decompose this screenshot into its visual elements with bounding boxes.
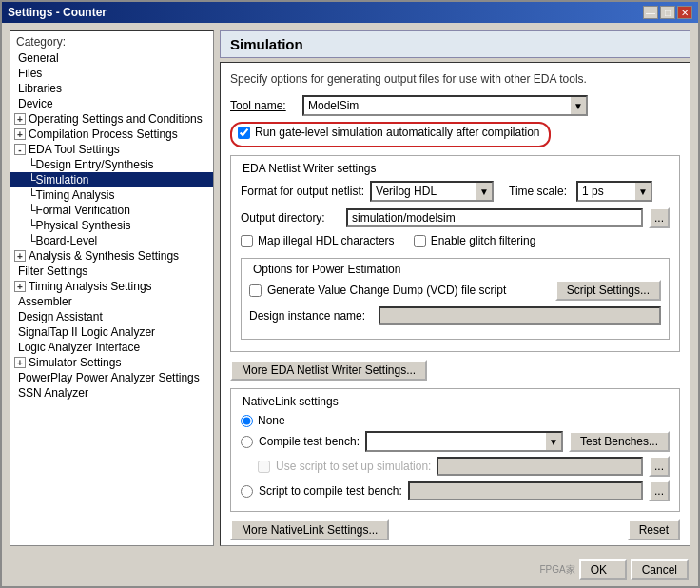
sidebar-item-powerplay[interactable]: PowerPlay Power Analyzer Settings [10, 370, 213, 385]
tool-name-value: ModelSim [308, 99, 359, 112]
output-dir-browse-button[interactable]: ... [649, 207, 670, 228]
design-instance-input[interactable] [379, 306, 661, 325]
sidebar-item-device[interactable]: Device [10, 96, 213, 111]
sidebar-item-logic-analyzer[interactable]: Logic Analyzer Interface [10, 340, 213, 355]
use-script-browse-button[interactable]: ... [649, 456, 670, 477]
format-label: Format for output netlist: [241, 185, 364, 198]
format-dropdown[interactable]: Verilog HDL ▼ [370, 181, 494, 202]
dropdown-arrow-icon: ▼ [571, 97, 586, 114]
sidebar-item-physical-synthesis[interactable]: └ Physical Synthesis [10, 218, 213, 233]
sidebar-item-design-assistant[interactable]: Design Assistant [10, 309, 213, 324]
script-settings-button[interactable]: Script Settings... [555, 280, 661, 301]
compile-test-dropdown-arrow: ▼ [546, 433, 561, 450]
sidebar-item-files[interactable]: Files [10, 66, 213, 81]
sidebar-item-libraries[interactable]: Libraries [10, 81, 213, 96]
compile-test-label: Compile test bench: [259, 435, 360, 448]
output-dir-label: Output directory: [241, 211, 340, 225]
script-compile-browse-button[interactable]: ... [649, 480, 670, 501]
settings-content: Specify options for generating output fi… [220, 62, 690, 546]
bottom-bar: FPGA家 OK Cancel [2, 554, 698, 586]
sidebar-item-filter[interactable]: Filter Settings [10, 264, 213, 279]
output-dir-row: Output directory: ... [241, 207, 670, 228]
minimize-button[interactable]: — [643, 6, 658, 19]
ok-button[interactable]: OK [579, 559, 627, 580]
sidebar-item-signaltap[interactable]: SignalTap II Logic Analyzer [10, 324, 213, 340]
format-value: Verilog HDL [376, 185, 437, 198]
sidebar-item-simulation[interactable]: └ Simulation [10, 172, 213, 187]
expand-icon: + [14, 281, 26, 292]
description-text: Specify options for generating output fi… [230, 70, 680, 88]
title-bar-buttons: — □ ✕ [643, 6, 692, 19]
use-script-input[interactable] [437, 457, 643, 476]
nativelink-group: NativeLink settings None Compile test be… [230, 388, 680, 512]
maximize-button[interactable]: □ [660, 6, 675, 19]
none-label: None [258, 414, 285, 427]
sidebar-item-general[interactable]: General [10, 50, 213, 66]
category-label: Category: [10, 31, 213, 50]
expand-icon: + [14, 250, 26, 262]
none-radio[interactable] [241, 415, 253, 427]
enable-glitch-checkbox[interactable] [414, 235, 426, 247]
test-benches-button[interactable]: Test Benches... [569, 431, 670, 452]
dialog-content: Category: General Files Libraries Device… [2, 23, 698, 554]
use-script-label: Use script to set up simulation: [276, 460, 431, 473]
eda-netlist-group: EDA Netlist Writer settings Format for o… [230, 155, 680, 352]
script-compile-label: Script to compile test bench: [259, 484, 402, 498]
close-button[interactable]: ✕ [677, 6, 692, 19]
expand-icon: - [14, 144, 26, 155]
sidebar-item-design-entry[interactable]: └ Design Entry/Synthesis [10, 157, 213, 172]
timescale-label: Time scale: [509, 185, 567, 198]
sidebar-item-operating[interactable]: +Operating Settings and Conditions [10, 111, 213, 127]
sidebar-item-eda-tool[interactable]: -EDA Tool Settings [10, 142, 213, 157]
sidebar-item-analysis-synthesis[interactable]: +Analysis & Synthesis Settings [10, 248, 213, 264]
run-gate-level-checkbox[interactable] [238, 127, 250, 139]
script-compile-input[interactable] [408, 481, 643, 500]
gate-level-highlight: Run gate-level simulation automatically … [230, 122, 551, 147]
none-radio-row: None [241, 414, 670, 427]
power-estimation-group: Options for Power Estimation Generate Va… [241, 258, 670, 340]
enable-glitch-row: Enable glitch filtering [414, 234, 536, 247]
sidebar-item-formal-verification[interactable]: └ Formal Verification [10, 203, 213, 218]
compile-test-dropdown[interactable]: ▼ [365, 431, 563, 452]
compile-test-radio[interactable] [241, 436, 253, 448]
timescale-dropdown[interactable]: 1 ps ▼ [576, 181, 652, 202]
map-illegal-checkbox[interactable] [241, 235, 253, 247]
compile-test-row: Compile test bench: ▼ Test Benches... [241, 431, 670, 452]
sidebar-item-assembler[interactable]: Assembler [10, 294, 213, 309]
timescale-value: 1 ps [582, 185, 604, 198]
enable-glitch-label: Enable glitch filtering [431, 234, 536, 247]
sidebar-item-timing-analysis-settings[interactable]: +Timing Analysis Settings [10, 279, 213, 294]
more-nativelink-button[interactable]: More NativeLink Settings... [230, 519, 389, 540]
tool-name-label: Tool name: [230, 99, 297, 112]
tool-name-row: Tool name: ModelSim ▼ [230, 95, 680, 116]
design-instance-row: Design instance name: [249, 306, 661, 325]
nativelink-group-title: NativeLink settings [239, 395, 342, 408]
tool-name-dropdown[interactable]: ModelSim ▼ [302, 95, 588, 116]
use-script-row: Use script to set up simulation: ... [241, 456, 670, 477]
expand-icon: + [14, 113, 26, 125]
design-instance-label: Design instance name: [249, 309, 373, 323]
generate-vcd-checkbox[interactable] [249, 284, 262, 297]
power-estimation-title: Options for Power Estimation [249, 263, 404, 276]
sidebar-item-board-level[interactable]: └ Board-Level [10, 233, 213, 248]
reset-button[interactable]: Reset [628, 519, 680, 540]
sidebar-item-timing-analysis[interactable]: └ Timing Analysis [10, 187, 213, 203]
section-title: Simulation [220, 30, 690, 58]
ok-cancel-area: OK Cancel [579, 559, 689, 580]
generate-vcd-row: Generate Value Change Dump (VCD) file sc… [249, 280, 661, 301]
sidebar-item-simulator[interactable]: +Simulator Settings [10, 355, 213, 370]
output-dir-input[interactable] [346, 208, 643, 227]
watermark-text: FPGA家 [539, 563, 574, 577]
use-script-checkbox[interactable] [258, 461, 270, 473]
sidebar-item-compilation[interactable]: +Compilation Process Settings [10, 127, 213, 142]
main-panel: Simulation Specify options for generatin… [220, 30, 690, 546]
format-dropdown-arrow: ▼ [476, 183, 492, 200]
more-eda-button[interactable]: More EDA Netlist Writer Settings... [230, 360, 427, 381]
sidebar-item-ssn[interactable]: SSN Analyzer [10, 385, 213, 401]
category-tree: Category: General Files Libraries Device… [10, 30, 214, 546]
cancel-button[interactable]: Cancel [631, 559, 689, 580]
script-compile-row: Script to compile test bench: ... [241, 480, 670, 501]
script-compile-radio[interactable] [241, 485, 253, 498]
generate-vcd-label: Generate Value Change Dump (VCD) file sc… [267, 284, 506, 297]
eda-netlist-group-title: EDA Netlist Writer settings [239, 162, 379, 175]
